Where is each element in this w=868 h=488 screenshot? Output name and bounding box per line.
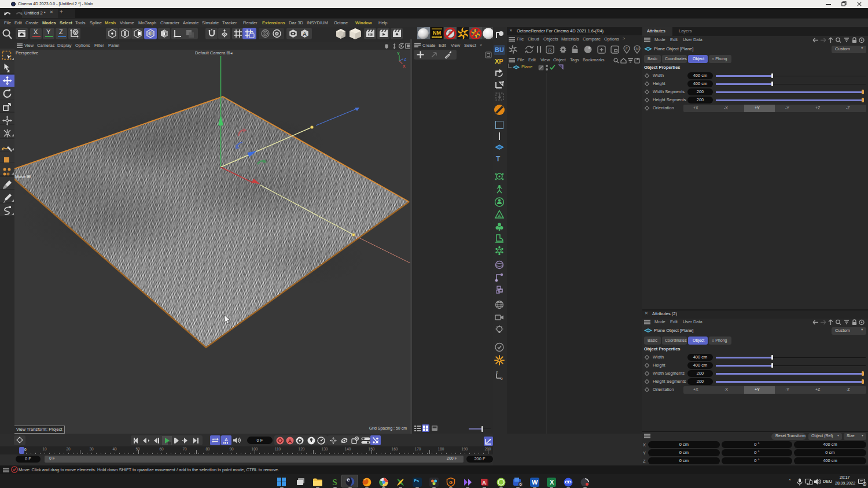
svg-text:X: X bbox=[403, 64, 406, 68]
svg-text:Y: Y bbox=[397, 51, 400, 56]
svg-text:A: A bbox=[225, 437, 228, 442]
svg-text:A: A bbox=[303, 31, 307, 37]
svg-text:F: F bbox=[626, 47, 628, 51]
svg-text:A: A bbox=[498, 213, 501, 219]
svg-text:NM: NM bbox=[433, 30, 441, 36]
svg-text:x: x bbox=[496, 370, 498, 374]
svg-text:A: A bbox=[288, 438, 292, 444]
svg-text:A: A bbox=[482, 480, 486, 486]
svg-text:NEWSGRP 1.0: NEWSGRP 1.0 bbox=[430, 36, 444, 38]
svg-text:Z: Z bbox=[404, 57, 407, 61]
svg-text:S: S bbox=[332, 478, 337, 487]
svg-text:M: M bbox=[635, 47, 638, 51]
svg-text:R: R bbox=[548, 47, 552, 53]
svg-text:6: 6 bbox=[519, 482, 521, 487]
svg-text:o: o bbox=[501, 376, 503, 380]
svg-text:8: 8 bbox=[864, 482, 866, 486]
svg-text:G: G bbox=[449, 480, 453, 485]
